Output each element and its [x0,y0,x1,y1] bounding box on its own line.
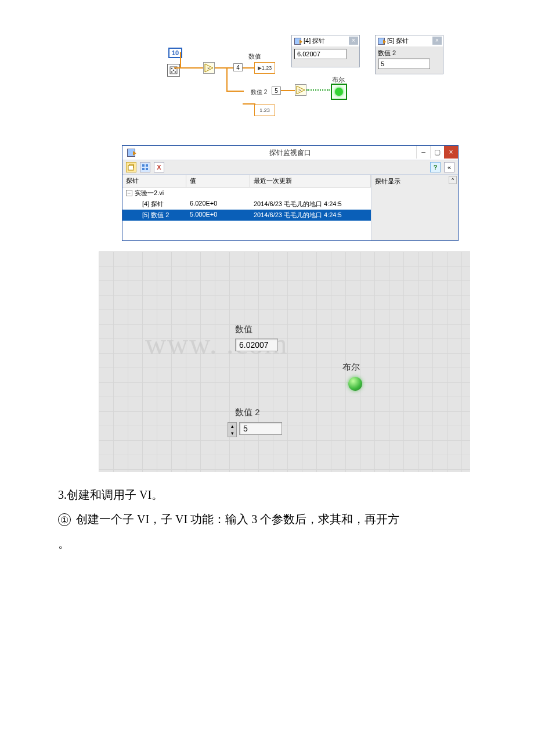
svg-rect-13 [142,168,145,170]
probe5-value-field[interactable]: 5 [378,59,430,69]
svg-text:>: > [298,88,301,93]
random-dice-icon [167,64,180,77]
text-line-period: 。 [58,532,476,555]
watch-right-panel: ^ 探针显示 [371,175,458,240]
delete-probe-icon[interactable]: X [154,162,164,172]
svg-rect-11 [142,164,145,167]
labview-app-icon [127,149,135,157]
row1-updated: 2014/6/23 毛毛儿的地口 4:24:5 [250,199,371,210]
header-updated: 最近一次更新 [250,175,371,187]
fp-value-display[interactable]: 6.02007 [235,339,278,351]
svg-rect-10 [128,165,134,170]
vi-name-row[interactable]: −实验一2.vi [122,188,371,199]
text-line-subvi: ① 创建一个子 VI，子 VI 功能：输入 3 个参数后，求其和，再开方 [58,508,476,530]
svg-point-1 [171,68,173,70]
fp-bool-label: 布尔 [342,362,360,373]
header-probe: 探针 [122,175,186,187]
probe-display-label: 探针显示 [375,178,400,185]
fp-value2-label: 数值 2 [235,407,260,418]
value-label: 数值 [248,52,261,61]
compare-node: > [295,84,306,96]
labview-run-icon [378,38,385,45]
svg-text:×: × [207,66,210,71]
window-minimize-button[interactable]: – [416,146,430,159]
window-close-button[interactable]: × [444,146,458,159]
front-panel: www. .com 数值 6.02007 布尔 数值 2 ▴▾ 5 [99,251,470,472]
bool-wire [306,89,330,91]
wire [226,67,228,91]
wire [226,91,244,92]
multiply-node: × [203,62,215,74]
wire [243,103,255,105]
svg-point-4 [171,71,173,73]
row2-updated: 2014/6/23 毛毛儿的地口 4:24:5 [250,210,371,221]
bool-led [331,84,347,100]
probe4-title-text: [4] 探针 [304,37,325,45]
probe5-field-label: 数值 2 [378,49,441,57]
value-indicator: ▶1.23 [254,62,275,74]
header-value: 值 [186,175,250,187]
value2-indicator: 1.23 [254,105,275,116]
fp-bool-led[interactable] [348,377,362,391]
scroll-up-button[interactable]: ^ [449,176,457,184]
row2-value: 5.000E+0 [186,210,250,221]
tree-collapse-toggle[interactable]: − [126,190,132,196]
svg-point-5 [175,71,176,73]
probe4-badge: 4 [233,63,243,71]
svg-rect-14 [146,168,148,170]
probe-watch-window[interactable]: 探针监视窗口 – ▢ × X ? « 探针 值 最 [122,145,459,241]
value2-label: 数值 2 [251,88,267,96]
row1-value: 6.020E+0 [186,199,250,210]
vi-name-text: 实验一2.vi [135,189,164,196]
watch-header-row: 探针 值 最近一次更新 [122,175,371,188]
help-icon[interactable]: ? [430,162,441,172]
fp-value-label: 数值 [235,324,252,335]
watch-toolbar: X ? « [122,160,458,175]
probe4-titlebar[interactable]: [4] 探针 × [292,35,359,46]
fp-value2-control[interactable]: 5 [239,422,282,435]
select-all-icon[interactable] [140,162,150,172]
bool-label: 布尔 [332,75,345,84]
circled-1: ① [58,513,71,526]
probe5-titlebar[interactable]: [5] 探针 × [376,35,443,46]
new-probe-icon[interactable] [126,162,136,172]
probe5-badge: 5 [272,87,281,95]
probe5-window[interactable]: [5] 探针 × 数值 2 5 [375,35,443,74]
wire [180,52,181,67]
window-maximize-button[interactable]: ▢ [430,146,444,159]
text-line-3: 3.创建和调用子 VI。 [58,484,476,506]
document-body-text: 3.创建和调用子 VI。 ① 创建一个子 VI，子 VI 功能：输入 3 个参数… [58,484,476,555]
probe4-value-field[interactable]: 6.02007 [294,49,347,59]
wire [243,67,254,69]
wire [174,67,203,69]
collapse-icon[interactable]: « [444,162,454,172]
probe4-close-button[interactable]: × [349,37,358,45]
block-diagram-area: 10 × 4 数值 ▶1.23 5 数值 2 1.23 > 布尔 [163,35,476,139]
watch-titlebar[interactable]: 探针监视窗口 – ▢ × [122,146,458,160]
svg-point-3 [173,70,175,71]
labview-run-icon [294,38,301,45]
row1-probe: [4] 探针 [122,199,186,210]
probe5-close-button[interactable]: × [432,37,442,45]
probe4-window[interactable]: [4] 探针 × 6.02007 [291,35,360,67]
probe-row-4[interactable]: [4] 探针 6.020E+0 2014/6/23 毛毛儿的地口 4:24:5 [122,199,371,210]
fp-value2-spinner[interactable]: ▴▾ [228,422,237,437]
probe5-title-text: [5] 探针 [387,37,409,45]
svg-rect-12 [146,164,148,167]
watch-title-text: 探针监视窗口 [269,148,311,158]
probe-row-5[interactable]: [5] 数值 2 5.000E+0 2014/6/23 毛毛儿的地口 4:24:… [122,210,371,221]
row2-probe: [5] 数值 2 [122,210,186,221]
wire [281,90,295,91]
